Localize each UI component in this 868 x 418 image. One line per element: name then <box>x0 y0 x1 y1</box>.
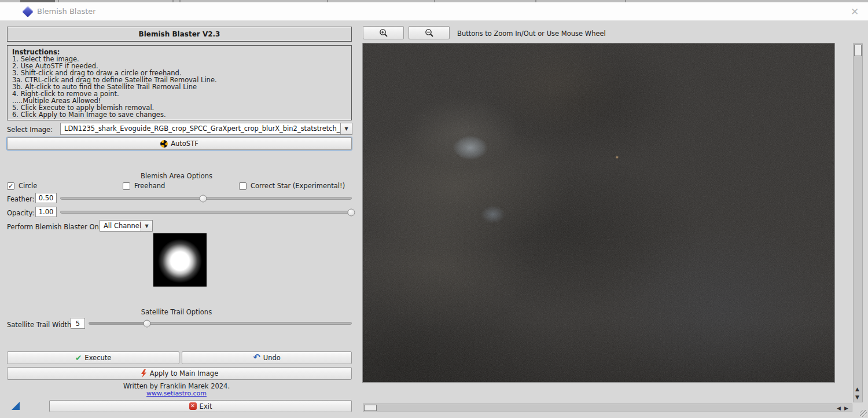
dialog-title: Blemish Blaster V2.3 <box>139 30 220 38</box>
circle-checkbox-label: Circle <box>19 182 37 190</box>
resize-grip[interactable] <box>860 410 867 417</box>
undo-label: Undo <box>263 354 281 362</box>
autostf-label: AutoSTF <box>171 140 198 148</box>
execute-label: Execute <box>84 354 111 362</box>
select-image-label: Select Image: <box>7 126 53 134</box>
apply-label: Apply to Main Image <box>150 369 218 377</box>
opacity-slider-thumb[interactable] <box>348 208 355 216</box>
satellite-width-input[interactable] <box>71 318 85 329</box>
apply-to-main-button[interactable]: Apply to Main Image <box>7 367 352 380</box>
opacity-label: Opacity: <box>7 209 34 217</box>
slider-fill <box>89 322 147 324</box>
blemish-area-options-title: Blemish Area Options <box>0 172 353 180</box>
undo-arrow-icon: ↶ <box>253 353 260 362</box>
checkbox-check-icon <box>123 182 130 190</box>
freehand-checkbox-label: Freehand <box>134 182 165 190</box>
author-credit: Written by Franklin Marek 2024. <box>0 382 353 390</box>
chevron-down-icon[interactable]: ▼ <box>141 221 152 231</box>
exit-button[interactable]: ✕ Exit <box>49 400 352 412</box>
feather-slider-thumb[interactable] <box>199 195 207 202</box>
opacity-slider[interactable] <box>60 211 352 214</box>
dialog-header-box: Blemish Blaster V2.3 <box>7 27 352 42</box>
horizontal-scrollbar-thumb[interactable] <box>364 405 377 411</box>
perform-on-label: Perform Blemish Blaster On: <box>7 223 101 231</box>
checkbox-check-icon: ✓ <box>7 182 14 190</box>
zoom-in-button[interactable] <box>363 26 404 39</box>
exit-x-icon: ✕ <box>189 402 197 410</box>
checkbox-check-icon <box>239 182 247 190</box>
exit-label: Exit <box>200 402 212 410</box>
freehand-checkbox[interactable]: Freehand <box>123 182 165 190</box>
pixinsight-logo-icon <box>22 6 34 17</box>
zoom-out-icon <box>425 28 434 38</box>
select-image-dropdown[interactable]: LDN1235_shark_Evoguide_RGB_crop_SPCC_Gra… <box>60 123 352 135</box>
scroll-up-icon[interactable]: ▲ <box>855 387 859 392</box>
scroll-down-icon[interactable]: ▼ <box>855 395 859 400</box>
zoom-hint-text: Buttons to Zoom In/Out or Use Mouse Whee… <box>457 30 606 38</box>
satellite-width-slider[interactable] <box>89 322 352 325</box>
channels-value: All Channels <box>100 221 141 231</box>
scroll-left-icon[interactable]: ◀ <box>837 406 841 411</box>
vertical-scrollbar-thumb[interactable] <box>854 45 862 56</box>
brush-preview-image <box>153 233 207 287</box>
execute-button[interactable]: ✔ Execute <box>7 351 179 364</box>
opacity-input[interactable] <box>35 207 57 217</box>
window-title: Blemish Blaster <box>37 7 96 16</box>
setiastro-link[interactable]: www.setiastro.com <box>146 390 207 397</box>
zoom-in-icon <box>379 28 388 38</box>
horizontal-scrollbar[interactable]: ◀ ▶ <box>363 404 852 412</box>
radiation-icon <box>160 140 168 148</box>
autostf-button[interactable]: AutoSTF <box>7 137 352 150</box>
chevron-down-icon[interactable]: ▼ <box>340 123 352 134</box>
check-icon: ✔ <box>75 354 82 362</box>
image-noise-texture <box>363 43 834 382</box>
correct-star-checkbox-label: Correct Star (Experimental!) <box>251 182 345 190</box>
image-viewport[interactable] <box>362 43 835 383</box>
new-instance-triangle-icon[interactable] <box>12 402 20 410</box>
title-bar: Blemish Blaster ✕ <box>0 2 868 21</box>
lightning-icon <box>141 369 147 377</box>
feather-input[interactable] <box>35 193 57 203</box>
instruction-line: 6. Click Apply to Main Image to save cha… <box>12 111 347 118</box>
channels-dropdown[interactable]: All Channels ▼ <box>100 220 153 232</box>
undo-button[interactable]: ↶ Undo <box>182 351 352 364</box>
feather-label: Feather: <box>7 195 34 203</box>
zoom-out-button[interactable] <box>409 26 450 39</box>
feather-slider[interactable] <box>60 197 352 200</box>
correct-star-checkbox[interactable]: Correct Star (Experimental!) <box>239 182 345 190</box>
circle-checkbox[interactable]: ✓ Circle <box>7 182 37 190</box>
close-icon[interactable]: ✕ <box>847 4 862 19</box>
select-image-value: LDN1235_shark_Evoguide_RGB_crop_SPCC_Gra… <box>61 123 340 134</box>
satellite-slider-thumb[interactable] <box>143 320 150 327</box>
instructions-box: Instructions: 1. Select the image. 2. Us… <box>7 45 352 120</box>
vertical-scrollbar[interactable]: ▲ ▼ <box>853 43 863 402</box>
scroll-right-icon[interactable]: ▶ <box>844 406 848 411</box>
satellite-width-label: Satellite Trail Width: <box>7 321 73 329</box>
satellite-options-title: Satellite Trail Options <box>0 308 353 316</box>
